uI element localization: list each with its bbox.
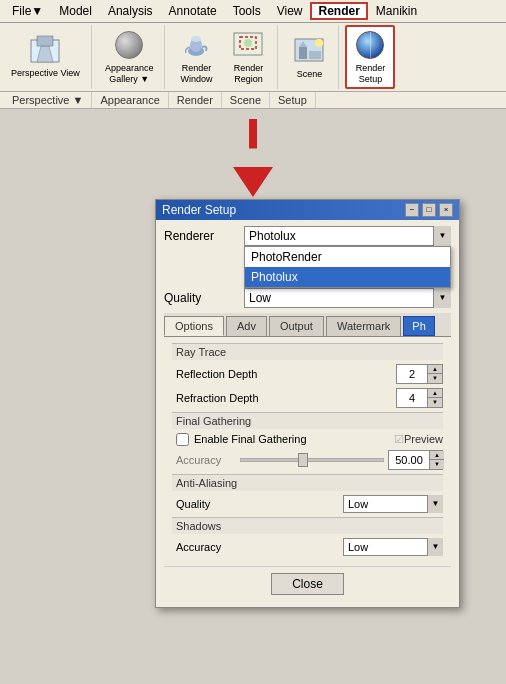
perspective-view-icon: [29, 34, 61, 66]
menu-view[interactable]: View: [269, 2, 311, 20]
render-region-label: RenderRegion: [234, 63, 264, 85]
tab-output[interactable]: Output: [269, 316, 324, 336]
renderer-dropdown-popup: PhotoRender Photolux: [244, 246, 451, 288]
ribbon-scene[interactable]: Scene: [222, 92, 270, 108]
final-gathering-section: Final Gathering: [172, 412, 443, 429]
enable-final-gathering-label: Enable Final Gathering: [194, 433, 394, 445]
refraction-depth-down[interactable]: ▼: [428, 398, 442, 407]
quality-label: Quality: [164, 291, 244, 305]
tab-overflow[interactable]: Ph: [403, 316, 434, 336]
scene-icon: [293, 35, 325, 67]
render-setup-button[interactable]: RenderSetup: [345, 25, 395, 89]
tabs-row: Options Adv Output Watermark Ph: [164, 313, 451, 337]
ribbon-appearance[interactable]: Appearance: [92, 92, 168, 108]
reflection-depth-label: Reflection Depth: [176, 368, 396, 380]
aa-quality-select-wrapper: Low Medium High ▼: [343, 495, 443, 513]
arrow-shaft: [243, 119, 263, 169]
shadows-accuracy-select[interactable]: Low Medium High: [343, 538, 443, 556]
perspective-icon-svg: [29, 34, 61, 66]
appearance-gallery-button[interactable]: AppearanceGallery ▼: [98, 26, 161, 88]
renderer-select-wrapper: Photolux PhotoRender ▼ PhotoRender Photo…: [244, 226, 451, 246]
accuracy-down[interactable]: ▼: [430, 460, 444, 469]
render-window-icon: [180, 29, 212, 61]
svg-rect-10: [299, 47, 307, 59]
arrow-indicator: [233, 119, 273, 197]
render-setup-dialog: Render Setup − □ × Renderer Photolux Pho…: [155, 199, 460, 608]
svg-rect-12: [309, 51, 321, 59]
menu-model[interactable]: Model: [51, 2, 100, 20]
menu-analysis[interactable]: Analysis: [100, 2, 161, 20]
perspective-view-button[interactable]: Perspective View: [4, 31, 87, 82]
dialog-footer: Close: [164, 566, 451, 601]
dialog-body: Renderer Photolux PhotoRender ▼ PhotoRen…: [156, 220, 459, 607]
ribbon-render[interactable]: Render: [169, 92, 222, 108]
ribbon-setup[interactable]: Setup: [270, 92, 316, 108]
tab-options-content: Ray Trace Reflection Depth 2 ▲ ▼ Refract…: [164, 337, 451, 566]
scene-icon-svg: [293, 37, 325, 65]
render-region-button[interactable]: RenderRegion: [223, 26, 273, 88]
menu-manikin[interactable]: Manikin: [368, 2, 425, 20]
globe-icon: [354, 29, 386, 61]
option-photolux[interactable]: Photolux: [245, 267, 450, 287]
refraction-depth-spinbtns: ▲ ▼: [427, 389, 442, 407]
dialog-minimize-button[interactable]: −: [405, 203, 419, 217]
scene-label: Scene: [297, 69, 323, 79]
sphere-icon: [113, 29, 145, 61]
render-window-label: RenderWindow: [180, 63, 212, 85]
aa-quality-select[interactable]: Low Medium High: [343, 495, 443, 513]
refraction-depth-up[interactable]: ▲: [428, 389, 442, 398]
tab-options[interactable]: Options: [164, 316, 224, 336]
shadows-accuracy-row: Accuracy Low Medium High ▼: [172, 538, 443, 556]
teapot-icon-svg: [180, 31, 212, 59]
quality-select[interactable]: Low Medium High: [244, 288, 451, 308]
render-region-icon-svg: [232, 31, 264, 59]
dialog-restore-button[interactable]: □: [422, 203, 436, 217]
ray-trace-section: Ray Trace: [172, 343, 443, 360]
preview-label: Preview: [404, 433, 443, 445]
render-window-button[interactable]: RenderWindow: [171, 26, 221, 88]
dialog-close-footer-button[interactable]: Close: [271, 573, 344, 595]
accuracy-input[interactable]: 50.00: [389, 451, 429, 469]
menu-render[interactable]: Render: [310, 2, 367, 20]
svg-rect-2: [37, 36, 53, 46]
accuracy-spinbox: 50.00 ▲ ▼: [388, 450, 443, 470]
ribbon-perspective[interactable]: Perspective ▼: [4, 92, 92, 108]
render-region-icon: [232, 29, 264, 61]
accuracy-slider-thumb[interactable]: [298, 453, 308, 467]
refraction-depth-label: Refraction Depth: [176, 392, 396, 404]
accuracy-slider-track[interactable]: [240, 458, 384, 462]
reflection-depth-row: Reflection Depth 2 ▲ ▼: [172, 364, 443, 384]
refraction-depth-input[interactable]: 4: [397, 389, 427, 407]
renderer-select[interactable]: Photolux PhotoRender: [244, 226, 451, 246]
toolbar-group-appearance: AppearanceGallery ▼: [98, 25, 166, 89]
shadows-section: Shadows: [172, 517, 443, 534]
quality-row: Quality Low Medium High ▼: [164, 288, 451, 308]
accuracy-spinbtns: ▲ ▼: [429, 451, 444, 469]
menu-file[interactable]: File▼: [4, 2, 51, 20]
svg-point-5: [191, 36, 201, 42]
dialog-title-controls: − □ ×: [405, 203, 453, 217]
option-photorender[interactable]: PhotoRender: [245, 247, 450, 267]
toolbar-group-render: RenderWindow RenderRegion: [171, 25, 278, 89]
aa-quality-label: Quality: [176, 498, 343, 510]
reflection-depth-input[interactable]: 2: [397, 365, 427, 383]
anti-aliasing-section: Anti-Aliasing: [172, 474, 443, 491]
dialog-title-bar[interactable]: Render Setup − □ ×: [156, 200, 459, 220]
dialog-close-button[interactable]: ×: [439, 203, 453, 217]
main-content: Render Setup − □ × Renderer Photolux Pho…: [0, 109, 506, 684]
preview-checkbox-icon: ☑: [394, 433, 404, 446]
appearance-gallery-label: AppearanceGallery ▼: [105, 63, 154, 85]
ribbon-labels: Perspective ▼ Appearance Render Scene Se…: [0, 92, 506, 109]
scene-button[interactable]: Scene: [284, 32, 334, 82]
tab-adv[interactable]: Adv: [226, 316, 267, 336]
tab-watermark[interactable]: Watermark: [326, 316, 401, 336]
enable-final-gathering-checkbox[interactable]: [176, 433, 189, 446]
perspective-view-label: Perspective View: [11, 68, 80, 79]
reflection-depth-down[interactable]: ▼: [428, 374, 442, 383]
menu-annotate[interactable]: Annotate: [161, 2, 225, 20]
menu-tools[interactable]: Tools: [225, 2, 269, 20]
accuracy-up[interactable]: ▲: [430, 451, 444, 460]
renderer-row: Renderer Photolux PhotoRender ▼ PhotoRen…: [164, 226, 451, 246]
enable-final-gathering-row: Enable Final Gathering ☑ Preview: [172, 433, 443, 446]
reflection-depth-up[interactable]: ▲: [428, 365, 442, 374]
